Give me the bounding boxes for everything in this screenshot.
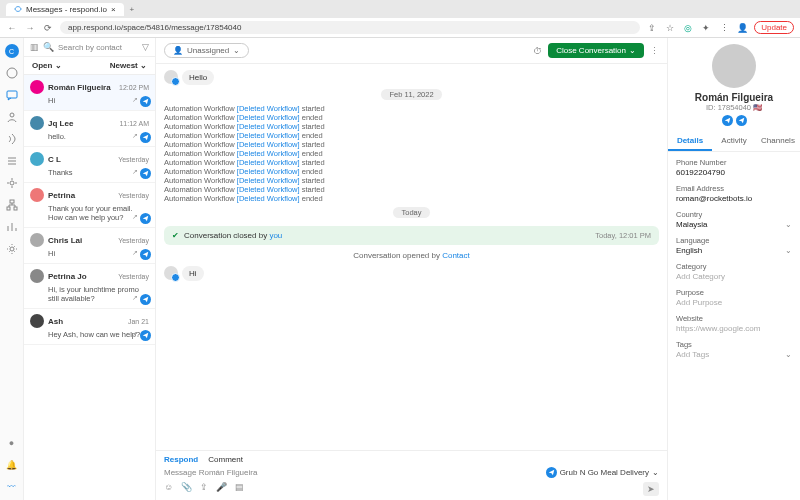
side-tabs: Details Activity Channels [668, 132, 800, 152]
messages-icon[interactable] [5, 88, 19, 102]
attach-icon[interactable]: 📎 [181, 482, 192, 496]
field-category[interactable]: CategoryAdd Category [676, 262, 792, 281]
bookmark-icon[interactable]: ☆ [664, 22, 676, 34]
filter-sort[interactable]: Newest [110, 61, 147, 70]
status-icon: ↗ [132, 96, 138, 107]
timestamp: Jan 21 [128, 318, 149, 325]
avatar [164, 266, 178, 280]
contacts-icon[interactable] [5, 110, 19, 124]
status-icon[interactable]: ● [5, 436, 19, 450]
timer-icon[interactable]: ⏱ [533, 46, 542, 56]
field-website[interactable]: Websitehttps://www.google.com [676, 314, 792, 333]
svg-rect-1 [7, 91, 17, 98]
forward-icon[interactable]: → [24, 22, 36, 34]
ext-icon[interactable]: ◎ [682, 22, 694, 34]
browser-tab[interactable]: Messages - respond.io × [6, 3, 124, 16]
conversation-item[interactable]: Petrina JoYesterdayHi, is your lunchtime… [24, 264, 155, 309]
contact-id: ID: 17854040 🇺🇸 [706, 103, 762, 112]
search-icon[interactable]: 🔍 [43, 42, 54, 52]
field-country[interactable]: CountryMalaysia [676, 210, 792, 229]
contact-panel: Román Filgueira ID: 17854040 🇺🇸 Details … [668, 38, 800, 500]
timestamp: 11:12 AM [119, 120, 149, 127]
message-input[interactable]: Message Román Filgueira [164, 468, 540, 477]
avatar [30, 116, 44, 130]
back-icon[interactable]: ← [6, 22, 18, 34]
conversation-item[interactable]: Jq Lee11:12 AMhello.↗ [24, 111, 155, 147]
reports-icon[interactable] [5, 220, 19, 234]
emoji-icon[interactable]: ☺ [164, 482, 173, 496]
address-bar[interactable]: app.respond.io/space/54816/message/17854… [60, 21, 640, 34]
tab-respond[interactable]: Respond [164, 455, 198, 464]
contact-name: Ash [48, 317, 124, 326]
settings-icon[interactable] [5, 242, 19, 256]
telegram-icon [140, 249, 151, 260]
profile-icon[interactable]: 👤 [736, 22, 748, 34]
close-icon[interactable]: × [111, 5, 116, 14]
menu-icon[interactable]: ⋮ [718, 22, 730, 34]
avatar [30, 314, 44, 328]
system-message: Automation Workflow [Deleted Workflow] s… [164, 104, 659, 113]
panel-icon[interactable]: ▥ [30, 42, 39, 52]
svg-point-3 [10, 181, 14, 185]
send-button[interactable]: ➤ [643, 482, 659, 496]
svg-point-7 [10, 247, 14, 251]
logo-icon: 〰 [5, 480, 19, 494]
telegram-icon[interactable] [736, 115, 747, 126]
system-message: Automation Workflow [Deleted Workflow] e… [164, 194, 659, 203]
assignee-label: Unassigned [187, 46, 229, 55]
field-phone[interactable]: Phone Number60192204790 [676, 158, 792, 177]
tab-comment[interactable]: Comment [208, 455, 243, 464]
integrations-icon[interactable] [5, 176, 19, 190]
search-input[interactable]: Search by contact [58, 43, 138, 52]
org-icon[interactable] [5, 198, 19, 212]
dashboard-icon[interactable] [5, 66, 19, 80]
snippet-icon[interactable]: ▤ [235, 482, 244, 496]
conversation-item[interactable]: Román Filgueira12:02 PMHi↗ [24, 75, 155, 111]
field-purpose[interactable]: PurposeAdd Purpose [676, 288, 792, 307]
field-tags[interactable]: TagsAdd Tags [676, 340, 792, 359]
timestamp: 12:02 PM [119, 84, 149, 91]
share-icon[interactable]: ⇪ [646, 22, 658, 34]
nav-rail: C ● 🔔 〰 [0, 38, 24, 500]
status-icon: ↗ [132, 249, 138, 260]
upload-icon[interactable]: ⇪ [200, 482, 208, 496]
workspace-avatar[interactable]: C [5, 44, 19, 58]
channel-picker[interactable]: Grub N Go Meal Delivery ⌄ [546, 467, 659, 478]
conversation-item[interactable]: C LYesterdayThanks↗ [24, 147, 155, 183]
telegram-icon[interactable] [722, 115, 733, 126]
chevron-down-icon: ⌄ [629, 46, 636, 55]
user-icon: 👤 [173, 46, 183, 55]
update-button[interactable]: Update [754, 21, 794, 34]
field-language[interactable]: LanguageEnglish [676, 236, 792, 255]
notifications-icon[interactable]: 🔔 [5, 458, 19, 472]
system-message: Automation Workflow [Deleted Workflow] s… [164, 185, 659, 194]
kebab-icon[interactable]: ⋮ [650, 46, 659, 56]
close-label: Close Conversation [556, 46, 626, 55]
workflow-icon[interactable] [5, 154, 19, 168]
tab-activity[interactable]: Activity [712, 132, 756, 151]
contact-name: C L [48, 155, 114, 164]
filter-icon[interactable]: ▽ [142, 42, 149, 52]
puzzle-icon[interactable]: ✦ [700, 22, 712, 34]
tab-details[interactable]: Details [668, 132, 712, 151]
conversation-item[interactable]: AshJan 21Hey Ash, how can we help?↗ [24, 309, 155, 345]
closed-time: Today, 12:01 PM [595, 231, 651, 240]
contact-name: Chris Lai [48, 236, 114, 245]
telegram-icon [140, 213, 151, 224]
assignee-dropdown[interactable]: 👤 Unassigned ⌄ [164, 43, 249, 58]
timestamp: Yesterday [118, 156, 149, 163]
close-conversation-button[interactable]: Close Conversation ⌄ [548, 43, 644, 58]
new-tab-icon[interactable]: + [130, 5, 135, 14]
message-text: Hello [182, 70, 214, 85]
mic-icon[interactable]: 🎤 [216, 482, 227, 496]
broadcast-icon[interactable] [5, 132, 19, 146]
system-message: Automation Workflow [Deleted Workflow] s… [164, 140, 659, 149]
svg-rect-4 [10, 200, 14, 203]
status-icon: ↗ [132, 213, 138, 224]
tab-channels[interactable]: Channels [756, 132, 800, 151]
reload-icon[interactable]: ⟳ [42, 22, 54, 34]
conversation-item[interactable]: Chris LaiYesterdayHi↗ [24, 228, 155, 264]
filter-status[interactable]: Open [32, 61, 62, 70]
conversation-item[interactable]: PetrinaYesterdayThank you for your email… [24, 183, 155, 228]
field-email[interactable]: Email Addressroman@rocketbots.io [676, 184, 792, 203]
